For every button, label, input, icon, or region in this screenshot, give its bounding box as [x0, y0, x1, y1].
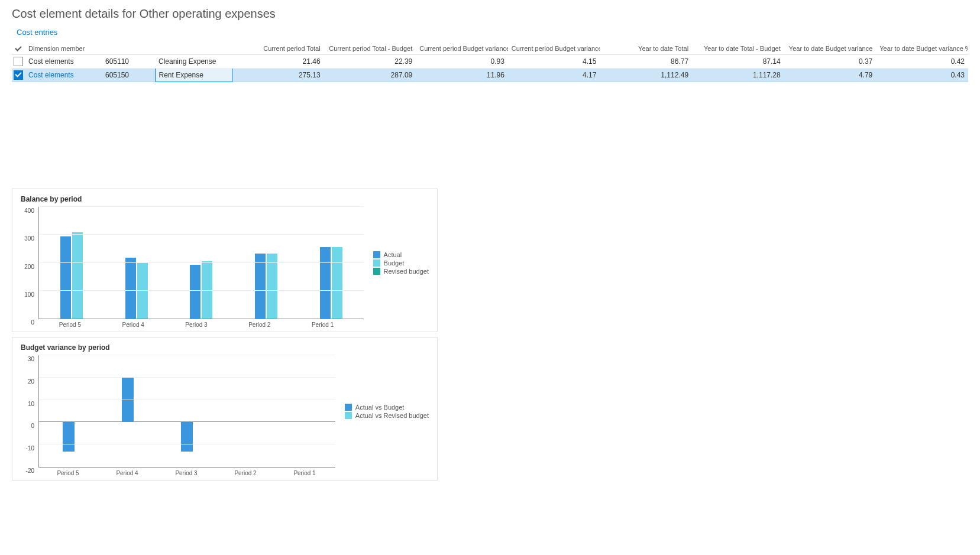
current-total-cell[interactable]: 275.13: [232, 69, 324, 82]
legend-item: Revised budget: [373, 268, 429, 275]
current-total-budget-cell[interactable]: 287.09: [324, 69, 416, 82]
y-tick-label: -20: [26, 468, 34, 474]
ytd-budget-variance-pct-cell[interactable]: 0.42: [876, 55, 968, 69]
select-all-header[interactable]: [12, 43, 25, 55]
col-ytd-budget-variance-pct[interactable]: Year to date Budget variance %: [876, 43, 968, 55]
x-tick-label: Period 2: [228, 319, 291, 328]
y-tick-label: 0: [31, 319, 34, 326]
bar-group: [39, 355, 98, 467]
y-tick-label: 400: [24, 207, 34, 214]
legend: ActualBudgetRevised budget: [373, 250, 429, 276]
current-budget-variance-pct-cell[interactable]: 4.17: [508, 69, 600, 82]
legend-item: Actual vs Budget: [345, 404, 429, 411]
page-title: Cost element details for Other operating…: [12, 7, 968, 21]
col-ytd-total[interactable]: Year to date Total: [600, 43, 692, 55]
bar-group: [157, 355, 216, 467]
bar-group: [39, 207, 104, 319]
legend-swatch: [345, 412, 352, 419]
ytd-budget-variance-cell[interactable]: 4.79: [784, 69, 876, 82]
bar: [332, 247, 342, 319]
bar: [122, 378, 134, 423]
row-checkbox[interactable]: [14, 70, 23, 80]
legend-item: Budget: [373, 259, 429, 267]
bar: [125, 258, 136, 319]
bar: [320, 247, 331, 319]
x-tick-label: Period 2: [216, 468, 275, 476]
bar: [63, 422, 75, 451]
table-row[interactable]: Cost elements605110Cleaning Expense21.46…: [12, 55, 968, 69]
ytd-budget-variance-pct-cell[interactable]: 0.43: [876, 69, 968, 82]
name-cell[interactable]: Cleaning Expense: [155, 55, 232, 69]
ytd-total-budget-cell[interactable]: 1,117.28: [692, 69, 784, 82]
current-total-budget-cell[interactable]: 22.39: [324, 55, 416, 69]
chart-title: Budget variance by period: [21, 343, 429, 352]
ytd-total-cell[interactable]: 86.77: [600, 55, 692, 69]
y-tick-label: 20: [28, 378, 34, 384]
bar: [255, 254, 266, 319]
x-tick-label: Period 1: [291, 319, 354, 328]
dimension-cell[interactable]: Cost elements: [25, 55, 102, 69]
legend-label: Actual: [384, 251, 402, 258]
legend-label: Actual vs Budget: [355, 404, 405, 411]
checkmark-icon: [15, 44, 21, 51]
y-tick-label: 10: [28, 400, 34, 407]
legend-item: Actual vs Revised budget: [345, 412, 429, 419]
bar: [190, 265, 200, 319]
grid-header-row: Dimension member Current period Total Cu…: [12, 43, 968, 55]
col-current-total-budget[interactable]: Current period Total - Budget: [324, 43, 416, 55]
table-row[interactable]: Cost elements605150Rent Expense275.13287…: [12, 69, 968, 82]
y-tick-label: 0: [31, 423, 34, 429]
y-tick-label: 300: [24, 235, 34, 242]
col-ytd-budget-variance[interactable]: Year to date Budget variance: [784, 43, 876, 55]
legend-item: Actual: [373, 251, 429, 258]
chart-title: Balance by period: [21, 195, 429, 203]
legend-label: Actual vs Revised budget: [355, 412, 429, 419]
budget-variance-by-period-chart: Budget variance by period -20-100102030 …: [12, 337, 438, 481]
row-checkbox-cell[interactable]: [12, 69, 25, 82]
col-ytd-total-budget[interactable]: Year to date Total - Budget: [692, 43, 784, 55]
y-tick-label: -10: [26, 445, 34, 452]
legend-swatch: [345, 404, 352, 411]
ytd-total-cell[interactable]: 1,112.49: [600, 69, 692, 82]
legend-label: Revised budget: [384, 268, 429, 275]
current-budget-variance-cell[interactable]: 11.96: [416, 69, 508, 82]
code-cell[interactable]: 605110: [102, 55, 155, 69]
col-current-budget-variance-pct[interactable]: Current period Budget variance %: [508, 43, 600, 55]
bar-group: [276, 355, 335, 467]
col-current-total[interactable]: Current period Total: [232, 43, 324, 55]
row-checkbox[interactable]: [14, 57, 23, 66]
balance-by-period-chart: Balance by period 0100200300400 ActualBu…: [12, 189, 438, 332]
y-tick-label: 100: [24, 291, 34, 297]
bar: [137, 263, 148, 319]
legend-swatch: [373, 251, 380, 258]
bar: [267, 254, 277, 319]
name-cell[interactable]: Rent Expense: [155, 69, 232, 82]
current-total-cell[interactable]: 21.46: [232, 55, 324, 69]
col-current-budget-variance[interactable]: Current period Budget variance: [416, 43, 508, 55]
col-dimension-member[interactable]: Dimension member: [25, 43, 232, 55]
current-budget-variance-pct-cell[interactable]: 4.15: [508, 55, 600, 69]
legend-swatch: [373, 259, 380, 267]
cost-entries-link[interactable]: Cost entries: [12, 28, 57, 37]
bar-group: [98, 355, 157, 467]
x-tick-label: Period 3: [165, 319, 228, 328]
x-tick-label: Period 5: [38, 468, 98, 476]
x-tick-label: Period 4: [98, 468, 157, 476]
ytd-budget-variance-cell[interactable]: 0.37: [784, 55, 876, 69]
bar-group: [299, 207, 364, 319]
bar-group: [104, 207, 169, 319]
row-checkbox-cell[interactable]: [12, 55, 25, 69]
charts-region: Balance by period 0100200300400 ActualBu…: [12, 189, 438, 481]
cost-elements-grid: Dimension member Current period Total Cu…: [12, 43, 968, 82]
legend-label: Budget: [384, 259, 405, 267]
bar: [72, 232, 83, 319]
x-tick-label: Period 1: [275, 468, 334, 476]
dimension-cell[interactable]: Cost elements: [25, 69, 102, 82]
bar: [181, 422, 193, 451]
code-cell[interactable]: 605150: [102, 69, 155, 82]
plot-area: -20-100102030: [38, 355, 335, 468]
current-budget-variance-cell[interactable]: 0.93: [416, 55, 508, 69]
legend: Actual vs BudgetActual vs Revised budget: [345, 403, 429, 420]
bar-group: [217, 355, 276, 467]
ytd-total-budget-cell[interactable]: 87.14: [692, 55, 784, 69]
